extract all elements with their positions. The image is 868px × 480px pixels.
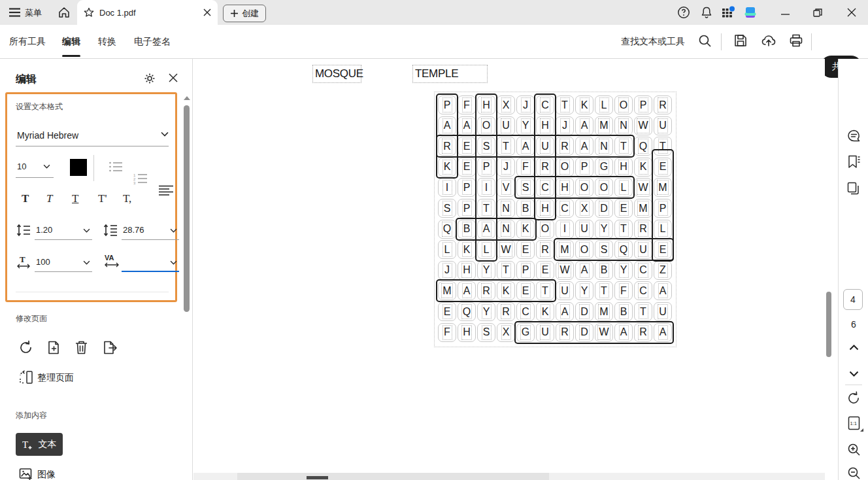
tab-convert[interactable]: 转换 (98, 25, 116, 58)
puzzle-cell[interactable]: U (575, 220, 593, 239)
puzzle-cell[interactable]: P (516, 261, 535, 280)
puzzle-cell[interactable]: R (654, 95, 672, 114)
document-tab[interactable]: Doc 1.pdf (77, 0, 218, 25)
next-page-icon[interactable] (846, 366, 861, 381)
puzzle-cell[interactable]: S (477, 323, 495, 342)
puzzle-cell[interactable]: E (536, 261, 554, 280)
puzzle-cell[interactable]: W (634, 116, 652, 135)
acrobat-app-icon[interactable] (743, 5, 758, 20)
puzzle-cell[interactable]: W (556, 261, 574, 280)
puzzle-cell[interactable]: Q (438, 220, 456, 239)
puzzle-cell[interactable]: S (438, 199, 456, 218)
star-icon[interactable] (84, 7, 94, 18)
puzzle-cell[interactable]: A (556, 302, 574, 321)
puzzle-cell[interactable]: J (497, 158, 515, 177)
font-family-select[interactable]: Myriad Hebrew (16, 124, 169, 146)
create-button[interactable]: 创建 (223, 5, 266, 22)
puzzle-cell[interactable]: G (595, 158, 613, 177)
puzzle-cell[interactable]: A (654, 281, 672, 300)
panel-close-icon[interactable] (169, 73, 178, 82)
puzzle-cell[interactable]: P (458, 178, 476, 197)
organize-pages-label[interactable]: 整理页面 (37, 372, 74, 384)
wordsearch-grid[interactable]: PFHXJCTKLOPRAAOUYHJAMNWURESTAURANTQTKEPJ… (438, 95, 673, 344)
tab-close-icon[interactable] (203, 9, 211, 16)
superscript-icon[interactable]: T' (98, 192, 107, 205)
puzzle-cell[interactable]: E (458, 158, 476, 177)
puzzle-cell[interactable]: D (575, 302, 593, 321)
panel-scrollbar-thumb[interactable] (184, 105, 190, 312)
puzzle-cell[interactable]: Y (477, 302, 495, 321)
puzzle-cell[interactable]: M (595, 302, 613, 321)
puzzle-cell[interactable]: C (634, 281, 652, 300)
puzzle-cell[interactable]: T (614, 220, 633, 239)
insert-page-icon[interactable] (46, 340, 61, 355)
tab-all-tools[interactable]: 所有工具 (9, 25, 46, 58)
horizontal-scale-select[interactable]: 100 (35, 254, 92, 272)
fit-page-icon[interactable]: 1:1 (846, 416, 861, 430)
puzzle-cell[interactable]: U (556, 281, 574, 300)
current-page-input[interactable]: 4 (843, 289, 863, 310)
puzzle-cell[interactable]: K (458, 240, 476, 259)
puzzle-cell[interactable]: N (614, 116, 633, 135)
add-image-label[interactable]: 图像 (37, 469, 56, 480)
puzzle-cell[interactable]: K (575, 95, 593, 114)
puzzle-cell[interactable]: F (458, 95, 476, 114)
puzzle-cell[interactable]: D (595, 199, 613, 218)
search-icon[interactable] (698, 34, 712, 48)
zoom-out-icon[interactable] (846, 466, 861, 480)
puzzle-cell[interactable]: K (634, 158, 652, 177)
notifications-bell-icon[interactable] (700, 6, 713, 19)
restore-button[interactable] (803, 0, 833, 25)
comments-panel-icon[interactable] (846, 129, 861, 143)
puzzle-cell[interactable]: E (438, 302, 456, 321)
pages-panel-icon[interactable] (846, 181, 861, 196)
puzzle-cell[interactable]: L (595, 95, 613, 114)
close-window-button[interactable] (837, 0, 867, 25)
underline-icon[interactable]: T (72, 192, 78, 205)
print-icon[interactable] (789, 33, 803, 48)
puzzle-cell[interactable]: A (575, 261, 593, 280)
puzzle-cell[interactable]: P (458, 199, 476, 218)
puzzle-cell[interactable]: O (556, 158, 574, 177)
paragraph-spacing-select[interactable]: 28.76 (122, 222, 179, 240)
upload-cloud-icon[interactable] (761, 33, 776, 48)
puzzle-cell[interactable]: T (634, 302, 652, 321)
kerning-select[interactable] (122, 254, 179, 272)
puzzle-cell[interactable]: J (556, 116, 574, 135)
puzzle-cell[interactable]: T (556, 95, 574, 114)
puzzle-cell[interactable]: J (438, 261, 456, 280)
puzzle-cell[interactable]: F (516, 158, 535, 177)
puzzle-cell[interactable]: U (654, 302, 672, 321)
puzzle-cell[interactable]: R (634, 220, 652, 239)
puzzle-cell[interactable]: E (516, 240, 535, 259)
line-spacing-select[interactable]: 1.20 (35, 222, 92, 240)
minimize-button[interactable] (770, 0, 800, 25)
puzzle-cell[interactable]: W (634, 178, 652, 197)
puzzle-cell[interactable]: R (536, 240, 554, 259)
subscript-icon[interactable]: T, (123, 192, 131, 205)
font-color-swatch[interactable] (70, 159, 87, 176)
puzzle-cell[interactable]: H (614, 158, 633, 177)
puzzle-cell[interactable]: X (497, 323, 515, 342)
document-page[interactable]: MOSQUE TEMPLE PFHXJCTKLOPRAAOUYHJAMNWURE… (193, 59, 825, 480)
puzzle-cell[interactable]: L (438, 240, 456, 259)
home-icon[interactable] (58, 6, 71, 19)
puzzle-cell[interactable]: O (614, 95, 633, 114)
help-icon[interactable] (677, 6, 690, 19)
apps-grid-icon[interactable] (722, 6, 736, 19)
puzzle-cell[interactable]: K (536, 302, 554, 321)
menu-button[interactable]: 菜单 (25, 7, 42, 19)
document-scrollbar-thumb[interactable] (826, 292, 831, 357)
panel-scroll-up-arrow[interactable] (183, 95, 191, 101)
puzzle-cell[interactable]: Y (575, 281, 593, 300)
add-image-icon[interactable] (19, 468, 34, 480)
puzzle-cell[interactable]: H (458, 323, 476, 342)
tab-esign[interactable]: 电子签名 (134, 25, 171, 58)
bold-icon[interactable]: T (22, 192, 29, 205)
puzzle-cell[interactable]: A (575, 116, 593, 135)
puzzle-cell[interactable]: Z (654, 261, 672, 280)
previous-page-icon[interactable] (846, 340, 861, 354)
rotate-page-icon[interactable] (18, 340, 33, 355)
puzzle-cell[interactable]: X (575, 199, 593, 218)
puzzle-cell[interactable]: Y (516, 116, 535, 135)
